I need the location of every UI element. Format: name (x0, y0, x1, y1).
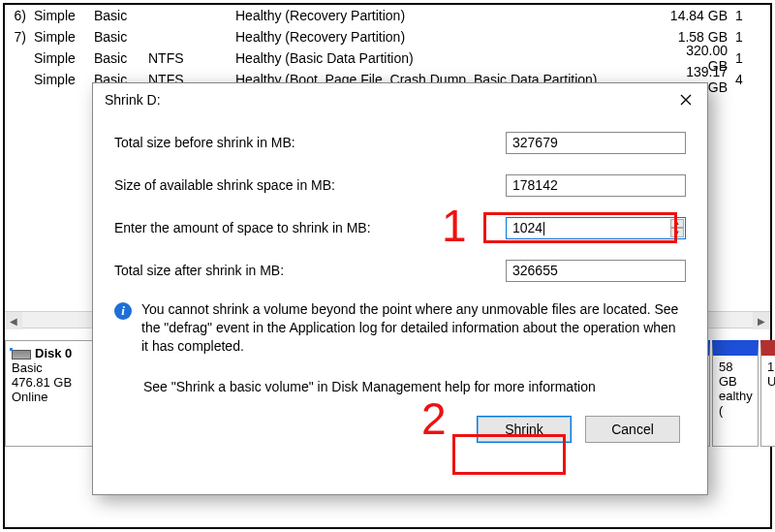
dialog-titlebar[interactable]: Shrink D: (93, 83, 707, 116)
shrink-amount-input[interactable]: 1024 ▲ ▼ (506, 217, 686, 239)
volume-tile[interactable]: 58 GB ealthy ( (712, 340, 759, 447)
row-total-after: Total size after shrink in MB: 326655 (114, 258, 686, 283)
cancel-button[interactable]: Cancel (585, 416, 680, 443)
value-available: 178142 (506, 174, 686, 197)
label-available: Size of available shrink space in MB: (114, 177, 506, 193)
row-available: Size of available shrink space in MB: 17… (114, 172, 686, 198)
help-text: See "Shrink a basic volume" in Disk Mana… (143, 379, 686, 394)
cell-cap: 14.84 GB (666, 8, 735, 23)
shrink-dialog: Shrink D: Total size before shrink in MB… (92, 82, 708, 495)
info-text: You cannot shrink a volume beyond the po… (141, 300, 686, 356)
dialog-title: Shrink D: (105, 92, 665, 108)
cell-layout: Simple (28, 50, 94, 66)
vol-status: U (767, 374, 773, 389)
spinner-up-icon[interactable]: ▲ (670, 219, 684, 229)
disk-cap: 476.81 GB (12, 375, 87, 390)
shrink-amount-value[interactable]: 1024 (507, 218, 685, 238)
cell-type: Basic (94, 29, 148, 45)
vol-status: ealthy ( (719, 389, 752, 418)
cell-status: Healthy (Recovery Partition) (235, 8, 666, 23)
cell-layout: Simple (28, 29, 94, 45)
label-enter-amount: Enter the amount of space to shrink in M… (114, 220, 506, 235)
value-total-before: 327679 (506, 132, 686, 154)
cell-free: 1 (735, 50, 759, 66)
vol-cap: 1: (767, 360, 773, 374)
caret-icon (543, 222, 544, 235)
scroll-right-icon[interactable]: ▶ (753, 312, 770, 329)
value-total-after: 326655 (506, 260, 686, 282)
cell-free: 1 (735, 8, 759, 23)
info-row: i You cannot shrink a volume beyond the … (114, 300, 686, 356)
cell-type: Basic (94, 50, 148, 66)
table-row[interactable]: Simple Basic NTFS Healthy (Basic Data Pa… (5, 47, 770, 69)
table-row[interactable]: 6) Simple Basic Healthy (Recovery Partit… (5, 5, 770, 26)
disk-name: Disk 0 (35, 346, 72, 360)
spinner-down-icon[interactable]: ▼ (670, 228, 684, 237)
cell-free: 1 (735, 29, 759, 45)
scroll-left-icon[interactable]: ◀ (5, 312, 22, 329)
row-total-before: Total size before shrink in MB: 327679 (114, 130, 686, 155)
row-num: 6) (5, 8, 28, 23)
row-num: 7) (5, 29, 28, 45)
cell-layout: Simple (28, 72, 94, 87)
cell-type: Basic (94, 8, 148, 23)
disk-header-tile[interactable]: Disk 0 Basic 476.81 GB Online (5, 340, 94, 447)
info-icon: i (114, 302, 132, 320)
cell-layout: Simple (28, 8, 94, 23)
dialog-body: Total size before shrink in MB: 327679 S… (93, 116, 707, 453)
spinner-buttons[interactable]: ▲ ▼ (670, 219, 684, 237)
label-total-after: Total size after shrink in MB: (114, 263, 506, 278)
disk-type: Basic (12, 360, 87, 375)
label-total-before: Total size before shrink in MB: (114, 135, 506, 150)
dialog-button-row: Shrink Cancel (114, 416, 686, 443)
volume-list: 6) Simple Basic Healthy (Recovery Partit… (5, 5, 770, 90)
close-icon (680, 94, 692, 106)
table-row[interactable]: 7) Simple Basic Healthy (Recovery Partit… (5, 26, 770, 47)
vol-cap: 58 GB (719, 360, 752, 389)
volume-tile[interactable]: 1: U (760, 340, 775, 447)
window-frame: 6) Simple Basic Healthy (Recovery Partit… (3, 3, 772, 529)
cell-status: Healthy (Basic Data Partition) (235, 50, 666, 66)
disk-icon (12, 350, 31, 360)
cell-status: Healthy (Recovery Partition) (235, 29, 666, 45)
cell-fs: NTFS (148, 50, 235, 66)
row-enter-amount: Enter the amount of space to shrink in M… (114, 215, 686, 240)
shrink-button[interactable]: Shrink (477, 416, 572, 443)
cell-free: 4 (735, 72, 759, 87)
close-button[interactable] (665, 84, 707, 115)
disk-state: Online (12, 390, 87, 404)
